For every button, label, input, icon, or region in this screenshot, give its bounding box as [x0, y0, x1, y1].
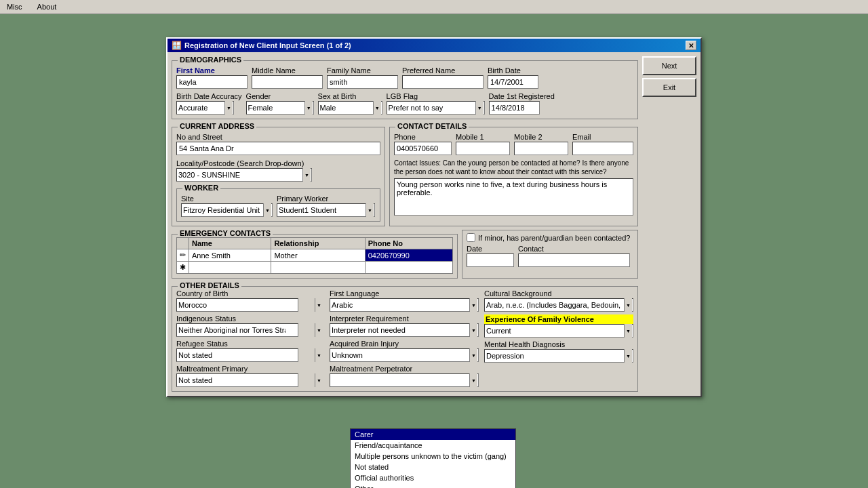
menu-about[interactable]: About [33, 1, 61, 12]
menubar: Misc About [0, 0, 868, 14]
menu-misc[interactable]: Misc [3, 1, 26, 12]
